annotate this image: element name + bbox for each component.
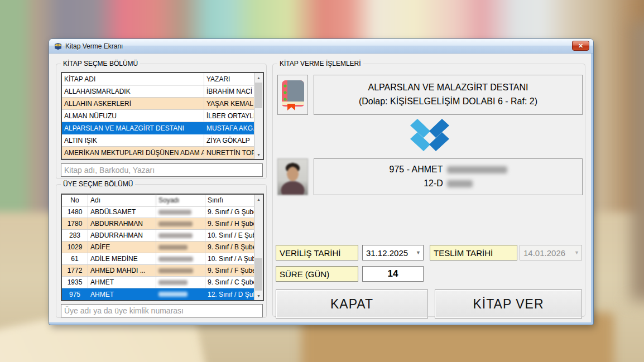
lend-book-button[interactable]: KİTAP VER — [435, 289, 582, 318]
window-title: Kitap Verme Ekranı — [65, 42, 123, 50]
table-row[interactable]: ALLAHAISMARLADIKİBRAHİM NACİ — [62, 85, 263, 98]
table-row[interactable]: 1772AHMED MAHDI ...9. Sınıf / F Şubesi (… — [62, 265, 263, 277]
member-class-cell: 12. Sınıf / D Şubesi ( — [205, 288, 256, 300]
column-header-book-name[interactable]: KİTAP ADI — [62, 73, 204, 85]
column-header-author[interactable]: YAZARI — [204, 73, 256, 85]
table-row[interactable]: 1935AHMET9. Sınıf / C Şubesi ( E — [62, 277, 263, 288]
member-surname-cell — [156, 230, 205, 241]
book-name-cell: ALPARSLAN VE MALAZGİRT DESTANI — [62, 122, 204, 134]
table-row[interactable]: 61ADİLE MEDİNE10. Sınıf / A Şubesi ( — [62, 253, 263, 265]
book-table-header[interactable]: KİTAP ADI YAZARI — [62, 73, 263, 85]
member-table-scrollbar[interactable]: ▲ ▼ — [254, 195, 263, 300]
member-photo — [277, 158, 308, 195]
scroll-up-icon[interactable]: ▲ — [254, 73, 263, 82]
redacted-surname — [158, 257, 193, 262]
book-table-body: ALLAHAISMARLADIKİBRAHİM NACİALLAHIN ASKE… — [62, 85, 263, 159]
book-author-cell: MUSTAFA AKG... — [204, 122, 256, 134]
member-group-title: ÜYE SEÇME BÖLÜMÜ — [61, 180, 135, 188]
issue-date-value: 31.12.2025 — [366, 248, 408, 258]
member-class-cell: 9. Sınıf / H Şubesi ( M — [205, 218, 256, 229]
column-header-class[interactable]: Sınıfı — [205, 195, 256, 206]
table-row[interactable]: ALMAN NÜFUZUİLBER ORTAYLI — [62, 110, 263, 122]
member-search-input[interactable] — [61, 304, 263, 317]
selected-book-title: ALPARSLAN VE MALAZGİRT DESTANI — [368, 81, 528, 95]
member-surname-cell — [156, 288, 205, 300]
column-header-first-name[interactable]: Adı — [88, 195, 156, 206]
book-author-cell: NURETTİN TOP... — [204, 147, 256, 158]
book-group-title: KİTAP SEÇME BÖLÜMÜ — [61, 60, 140, 67]
duration-label: SÜRE (GÜN) — [276, 266, 358, 282]
duration-input[interactable]: 14 — [362, 266, 424, 282]
scroll-down-icon[interactable]: ▼ — [254, 291, 263, 300]
member-class-cell: 10. Sınıf / E Şubesi ( — [205, 230, 256, 241]
lending-group-title: KİTAP VERME İŞLEMLERİ — [277, 60, 363, 67]
close-button[interactable]: KAPAT — [276, 289, 428, 318]
book-search-input[interactable] — [61, 163, 263, 177]
book-author-cell: İBRAHİM NACİ — [204, 85, 256, 97]
member-first-name-cell: AHMED MAHDI ... — [88, 265, 156, 276]
table-row[interactable]: ALPARSLAN VE MALAZGİRT DESTANIMUSTAFA AK… — [62, 122, 263, 134]
table-row[interactable]: 1029ADİFE9. Sınıf / B Şubesi ( E — [62, 242, 263, 253]
scroll-up-icon[interactable]: ▲ — [254, 195, 263, 204]
redacted-surname — [158, 210, 191, 215]
app-window: Kitap Verme Ekranı ✕ KİTAP SEÇME BÖLÜMÜ … — [49, 39, 593, 325]
redacted-surname — [158, 268, 193, 273]
member-class-cell: 9. Sınıf / B Şubesi ( E — [205, 242, 256, 253]
book-table: KİTAP ADI YAZARI ALLAHAISMARLADIKİBRAHİM… — [61, 72, 264, 160]
book-name-cell: ALMAN NÜFUZU — [62, 110, 204, 122]
member-no-cell: 1935 — [62, 277, 88, 288]
table-row[interactable]: AMERİKAN MEKTUPLARI DÜŞÜNEN ADAM A...NUR… — [62, 147, 263, 159]
member-first-name-cell: ADİLE MEDİNE — [88, 253, 156, 264]
scrollbar-thumb[interactable] — [255, 83, 262, 108]
return-date-value: 14.01.2026 — [523, 248, 565, 258]
member-surname-cell — [156, 206, 205, 218]
book-icon — [281, 79, 305, 110]
table-row[interactable]: ALLAHIN ASKERLERİYAŞAR KEMAL — [62, 98, 263, 110]
book-author-cell: İLBER ORTAYLI — [204, 110, 256, 122]
column-header-surname[interactable]: Soyadı — [156, 195, 205, 206]
member-selection-group: ÜYE SEÇME BÖLÜMÜ No Adı Soyadı Sınıfı 14… — [56, 184, 267, 318]
member-surname-cell — [156, 253, 205, 264]
chevron-down-icon: ▼ — [416, 250, 421, 255]
member-no-cell: 283 — [62, 230, 88, 241]
double-chevron-down-icon — [273, 118, 586, 152]
background-book — [631, 22, 644, 301]
member-no-cell: 1772 — [62, 265, 88, 276]
selected-member-class: 12-D — [424, 177, 443, 191]
member-class-cell: 9. Sınıf / C Şubesi ( E — [205, 277, 256, 288]
member-first-name-cell: ADİFE — [88, 242, 156, 253]
book-table-scrollbar[interactable]: ▲ ▼ — [254, 73, 263, 159]
selected-member-id-name: 975 - AHMET — [389, 163, 443, 177]
scrollbar-thumb[interactable] — [255, 258, 262, 291]
selected-book-icon-box — [277, 75, 308, 115]
table-row[interactable]: 283ABDURRAHMAN10. Sınıf / E Şubesi ( — [62, 230, 263, 242]
close-icon[interactable]: ✕ — [572, 41, 589, 51]
selected-book-location: (Dolap: KİŞİSELGELİŞİM DOLABI 6 - Raf: 2… — [359, 95, 537, 109]
app-book-icon — [54, 42, 63, 51]
issue-date-picker[interactable]: 31.12.2025 ▼ — [362, 245, 424, 260]
member-surname-cell — [156, 218, 205, 229]
column-header-no[interactable]: No — [62, 195, 88, 206]
title-bar[interactable]: Kitap Verme Ekranı ✕ — [49, 39, 593, 54]
member-first-name-cell: AHMET — [88, 288, 156, 300]
book-name-cell: AMERİKAN MEKTUPLARI DÜŞÜNEN ADAM A... — [62, 147, 204, 158]
return-date-picker: 14.01.2026 ▼ — [520, 245, 582, 260]
redacted-surname — [158, 221, 193, 226]
table-row[interactable]: ALTIN IŞIKZİYA GÖKALP — [62, 134, 263, 147]
member-table-header[interactable]: No Adı Soyadı Sınıfı — [62, 195, 263, 206]
redacted-surname — [158, 233, 193, 238]
member-no-cell: 975 — [62, 288, 88, 300]
chevron-down-icon: ▼ — [574, 250, 579, 255]
table-row[interactable]: 1480ABDÜLSAMET9. Sınıf / G Şubesi ( E — [62, 206, 263, 218]
member-no-cell: 61 — [62, 253, 88, 264]
book-selection-group: KİTAP SEÇME BÖLÜMÜ KİTAP ADI YAZARI ALLA… — [56, 64, 267, 179]
member-class-cell: 9. Sınıf / G Şubesi ( E — [205, 206, 256, 218]
book-author-cell: ZİYA GÖKALP — [204, 134, 256, 146]
selected-member-info: 975 - AHMET 12-D — [314, 158, 583, 195]
scroll-down-icon[interactable]: ▼ — [254, 150, 263, 159]
table-row[interactable]: 975AHMET12. Sınıf / D Şubesi ( — [62, 288, 263, 300]
member-table: No Adı Soyadı Sınıfı 1480ABDÜLSAMET9. Sı… — [61, 194, 264, 301]
table-row[interactable]: 1780ABDURRAHMAN9. Sınıf / H Şubesi ( M — [62, 218, 263, 230]
book-name-cell: ALTIN IŞIK — [62, 134, 204, 146]
member-class-cell: 9. Sınıf / F Şubesi ( B — [205, 265, 256, 276]
